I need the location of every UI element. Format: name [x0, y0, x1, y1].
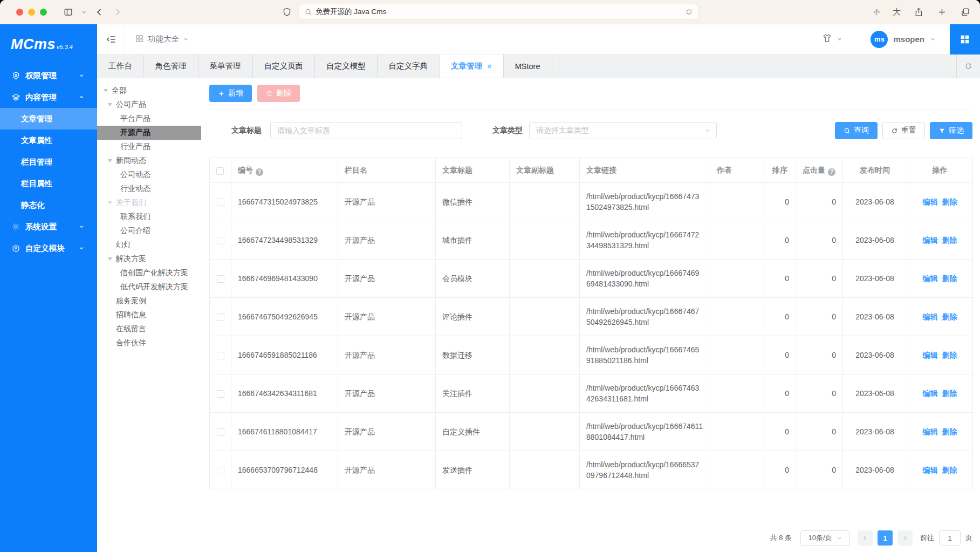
tab-工作台[interactable]: 工作台 [97, 54, 144, 78]
tree-item-幻灯[interactable]: 幻灯 [97, 238, 201, 252]
share-icon[interactable] [914, 7, 924, 17]
title-filter-input[interactable] [270, 122, 462, 139]
browser-sidebar-toggle-icon[interactable] [63, 7, 73, 17]
tab-文章管理[interactable]: 文章管理× [440, 54, 504, 78]
tree-expand-icon[interactable] [108, 103, 112, 106]
feature-menu-dropdown[interactable]: 功能大全 [125, 34, 198, 45]
delete-link[interactable]: 删除 [942, 466, 957, 474]
row-checkbox[interactable] [217, 199, 224, 206]
tree-item-关于我们[interactable]: 关于我们 [97, 196, 201, 210]
tree-expand-icon[interactable] [108, 257, 112, 261]
row-checkbox[interactable] [217, 314, 224, 321]
page-number[interactable]: 1 [878, 530, 893, 546]
page-size-select[interactable]: 10条/页 [800, 530, 850, 546]
tree-item-公司产品[interactable]: 公司产品 [97, 98, 201, 112]
reload-icon[interactable] [685, 8, 693, 16]
edit-link[interactable]: 编辑 [923, 236, 938, 244]
tree-item-解决方案[interactable]: 解决方案 [97, 252, 201, 266]
row-checkbox[interactable] [217, 428, 224, 436]
edit-link[interactable]: 编辑 [923, 389, 938, 398]
tree-item-在线留言[interactable]: 在线留言 [97, 322, 201, 336]
edit-link[interactable]: 编辑 [923, 312, 938, 321]
sidebar-item-内容管理[interactable]: 内容管理 [0, 86, 97, 108]
row-checkbox[interactable] [217, 237, 224, 244]
help-icon[interactable]: ? [828, 168, 835, 176]
sidebar-item-权限管理[interactable]: 权限管理 [0, 65, 97, 86]
tree-item-联系我们[interactable]: 联系我们 [97, 210, 201, 224]
sidebar-item-系统设置[interactable]: 系统设置 [0, 216, 97, 237]
delete-link[interactable]: 删除 [942, 389, 957, 398]
forward-icon[interactable] [112, 7, 122, 17]
theme-dropdown[interactable] [822, 33, 842, 45]
sidebar-subitem-文章管理[interactable]: 文章管理 [0, 108, 97, 130]
address-bar[interactable]: 免费开源的 Java Cms [298, 4, 698, 20]
text-smaller-button[interactable]: 小 [874, 8, 880, 16]
row-checkbox[interactable] [217, 467, 224, 474]
fullscreen-window-button[interactable] [40, 9, 47, 16]
minimize-window-button[interactable] [28, 9, 35, 16]
goto-page-input[interactable] [939, 530, 961, 546]
text-larger-button[interactable]: 大 [893, 7, 901, 17]
tree-expand-icon[interactable] [108, 201, 112, 205]
edit-link[interactable]: 编辑 [923, 351, 938, 359]
menu-fold-icon[interactable] [97, 24, 125, 54]
edit-link[interactable]: 编辑 [923, 274, 938, 283]
tree-expand-icon[interactable] [104, 89, 108, 92]
row-checkbox[interactable] [217, 275, 224, 283]
tree-item-服务案例[interactable]: 服务案例 [97, 294, 201, 308]
tree-item-开源产品[interactable]: 开源产品 [97, 126, 201, 140]
tree-item-合作伙伴[interactable]: 合作伙伴 [97, 336, 201, 350]
search-button[interactable]: 查询 [835, 122, 878, 139]
tree-item-新闻动态[interactable]: 新闻动态 [97, 154, 201, 168]
refresh-tabs-icon[interactable] [956, 54, 980, 78]
tree-item-行业动态[interactable]: 行业动态 [97, 182, 201, 196]
tree-item-行业产品[interactable]: 行业产品 [97, 140, 201, 154]
apps-grid-button[interactable] [950, 24, 980, 54]
tab-MStore[interactable]: MStore [504, 54, 552, 78]
delete-link[interactable]: 删除 [942, 427, 957, 436]
delete-link[interactable]: 删除 [942, 312, 957, 321]
delete-link[interactable]: 删除 [942, 236, 957, 244]
edit-link[interactable]: 编辑 [923, 466, 938, 474]
delete-link[interactable]: 删除 [942, 274, 957, 283]
help-icon[interactable]: ? [256, 168, 263, 176]
tab-overview-icon[interactable] [960, 7, 970, 17]
close-tab-icon[interactable]: × [487, 62, 492, 70]
reset-button[interactable]: 重置 [882, 122, 925, 139]
type-filter-select[interactable]: 请选择文章类型 [529, 122, 717, 139]
tree-expand-icon[interactable] [108, 159, 112, 162]
tab-自定义页面[interactable]: 自定义页面 [253, 54, 316, 78]
row-checkbox[interactable] [217, 390, 224, 398]
sidebar-subitem-文章属性[interactable]: 文章属性 [0, 130, 97, 151]
tree-item-全部[interactable]: 全部 [97, 84, 201, 98]
tab-自定义字典[interactable]: 自定义字典 [378, 54, 440, 78]
tree-item-公司动态[interactable]: 公司动态 [97, 168, 201, 182]
sidebar-subitem-静态化[interactable]: 静态化 [0, 194, 97, 216]
tab-自定义模型[interactable]: 自定义模型 [315, 54, 378, 78]
prev-page-icon[interactable] [858, 530, 873, 546]
edit-link[interactable]: 编辑 [923, 427, 938, 436]
close-window-button[interactable] [16, 9, 23, 16]
new-tab-icon[interactable] [937, 7, 947, 17]
tree-item-招聘信息[interactable]: 招聘信息 [97, 308, 201, 322]
tab-菜单管理[interactable]: 菜单管理 [198, 54, 253, 78]
user-dropdown[interactable]: ms msopen [871, 31, 936, 48]
sidebar-subitem-栏目属性[interactable]: 栏目属性 [0, 173, 97, 194]
sidebar-chevron-icon[interactable] [81, 9, 87, 15]
tree-item-平台产品[interactable]: 平台产品 [97, 112, 201, 126]
tree-item-低代码开发解决方案[interactable]: 低代码开发解决方案 [97, 280, 201, 294]
tab-角色管理[interactable]: 角色管理 [144, 54, 198, 78]
filter-button[interactable]: 筛选 [930, 122, 972, 139]
edit-link[interactable]: 编辑 [923, 197, 938, 206]
tree-item-信创国产化解决方案[interactable]: 信创国产化解决方案 [97, 266, 201, 280]
privacy-shield-icon[interactable] [282, 7, 292, 17]
sidebar-item-自定义模块[interactable]: 自定义模块 [0, 237, 97, 259]
add-button[interactable]: 新增 [209, 85, 252, 102]
tree-item-公司介绍[interactable]: 公司介绍 [97, 224, 201, 238]
row-checkbox[interactable] [217, 352, 224, 359]
next-page-icon[interactable] [897, 530, 913, 546]
delete-button[interactable]: 删除 [257, 85, 300, 102]
delete-link[interactable]: 删除 [942, 197, 957, 206]
delete-link[interactable]: 删除 [942, 351, 957, 359]
select-all-checkbox[interactable] [216, 167, 224, 175]
